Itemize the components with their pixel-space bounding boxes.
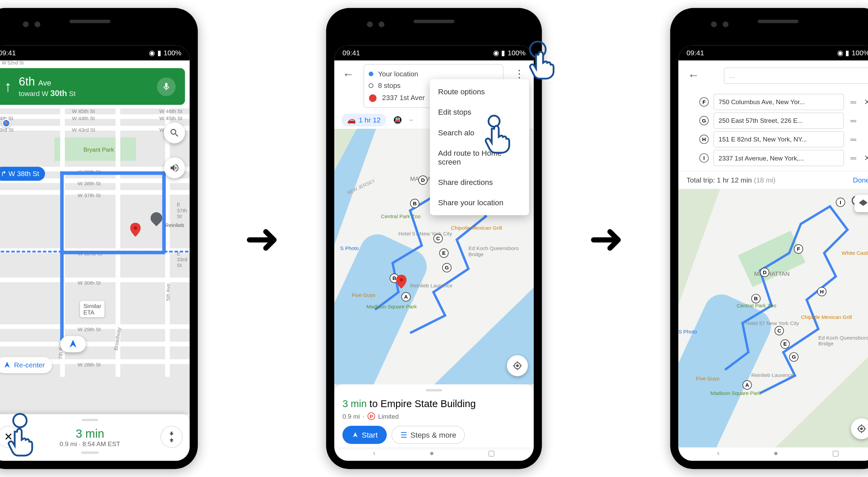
status-time: 09:41 — [0, 49, 16, 57]
stop-letter: H — [699, 135, 709, 144]
nav-home-icon[interactable]: ● — [430, 449, 434, 457]
transit-icon[interactable]: 🚇 — [393, 116, 402, 124]
arrow-right-icon: ➜ — [589, 214, 624, 263]
nav-bar: ‹●▢ — [678, 447, 868, 461]
map-nav[interactable]: Bryant Park W 44th St W 43rd St W 45th S… — [0, 108, 190, 414]
drag-handle-icon[interactable]: ═ — [849, 116, 858, 126]
routes-button[interactable] — [160, 426, 182, 448]
phone-nav: 09:41 ◉▮100% W 52nd St ↑ 6th Ave toward … — [0, 8, 198, 469]
nav-back-icon[interactable]: ‹ — [373, 449, 375, 457]
menu-route-options[interactable]: Route options — [430, 81, 529, 102]
nav-instruction[interactable]: ↑ 6th Ave toward W 30th St — [0, 68, 185, 105]
status-bar: 09:41 ◉▮100% — [0, 45, 190, 61]
eta-time: 3 min — [19, 427, 160, 440]
done-button[interactable]: Done — [853, 176, 868, 184]
start-button[interactable]: Start — [342, 426, 387, 444]
svg-point-5 — [860, 427, 863, 430]
car-icon: 🚗 — [347, 116, 356, 124]
route-sheet[interactable]: 3 min to Empire State Building 0.9 mi · … — [334, 384, 534, 447]
svg-point-1 — [400, 278, 403, 282]
mode-drive[interactable]: 🚗1 hr 12 — [341, 114, 387, 127]
nav-recent-icon[interactable]: ▢ — [488, 449, 495, 457]
stop-letter: G — [699, 116, 709, 126]
tap-hint-menu — [527, 48, 555, 83]
volume-icon[interactable] — [164, 157, 185, 178]
similar-eta: Similar ETA — [80, 301, 105, 317]
drag-handle-icon[interactable]: ═ — [849, 97, 858, 107]
list-icon: ☰ — [400, 431, 408, 439]
drag-handle-icon[interactable]: ═ — [849, 153, 858, 163]
status-bar: 09:41 ◉▮100% — [334, 45, 534, 61]
stop-row-h[interactable]: H 151 E 82nd St, New York, NY... ═ ✕ — [699, 131, 868, 148]
tap-hint-close — [5, 425, 34, 460]
menu-edit-stops[interactable]: Edit stops — [430, 102, 529, 122]
tap-hint-edit — [482, 122, 511, 157]
pin-icon — [396, 275, 407, 285]
destination-pin-icon — [130, 223, 141, 233]
nav-arrow-icon: ↑ — [4, 77, 12, 95]
menu-add-home[interactable]: Add route to Home screen — [430, 143, 529, 172]
menu-share-dir[interactable]: Share directions — [430, 172, 529, 192]
status-bar: 09:41 ◉▮100% — [678, 45, 868, 61]
eta-detail: 0.9 mi · 8:54 AM EST — [19, 440, 160, 447]
remove-stop-icon[interactable]: ✕ — [863, 97, 868, 107]
recenter-button[interactable]: Re-center — [0, 357, 52, 373]
nav-cursor — [60, 336, 86, 352]
trip-summary: Total trip: 1 hr 12 min (18 mi) Done — [678, 171, 868, 189]
nav-bar: ‹●▢ — [334, 447, 534, 461]
stop-letter: I — [699, 153, 709, 163]
steps-button[interactable]: ☰ Steps & more — [392, 426, 465, 444]
phone-directions: 09:41 ◉▮100% ← Your location 8 stops ⬤23… — [326, 8, 542, 469]
menu-popup: Route options Edit stops Search alo Add … — [430, 79, 529, 215]
svg-point-2 — [516, 364, 519, 367]
stop-row-i[interactable]: I 2337 1st Avenue, New York,... ═ ✕ — [699, 150, 868, 166]
map-edit[interactable]: MANHATTAN Central Park Zoo Hotel 57 New … — [678, 189, 868, 447]
phone-edit-stops: 09:41 ◉▮100% ← … F 750 Columbus Ave, New… — [670, 8, 868, 469]
locate-icon[interactable] — [507, 355, 528, 376]
drag-handle-icon[interactable]: ═ — [849, 135, 858, 144]
parking-icon: P — [368, 413, 375, 420]
arrow-right-icon: ➜ — [244, 214, 279, 263]
menu-search-along[interactable]: Search alo — [430, 122, 529, 143]
search-icon[interactable] — [164, 122, 185, 144]
street-pill: ↱ W 38th St — [0, 167, 45, 180]
walk-icon: 🚶 — [2, 119, 11, 128]
svg-point-0 — [134, 226, 137, 230]
layers-icon[interactable] — [854, 195, 868, 212]
back-button[interactable]: ← — [339, 64, 358, 84]
stop-letter: F — [699, 97, 709, 107]
pin-icon: ⬤ — [369, 93, 377, 102]
stop-row-g[interactable]: G 250 East 57th Street, 226 E... ═ ✕ — [699, 112, 868, 129]
back-button[interactable]: ← — [684, 65, 703, 85]
stop-row-f[interactable]: F 750 Columbus Ave, New Yor... ═ ✕ — [699, 94, 868, 110]
remove-stop-icon[interactable]: ✕ — [863, 153, 868, 163]
menu-share-loc[interactable]: Share your location — [430, 192, 529, 213]
mic-icon[interactable] — [157, 77, 176, 96]
